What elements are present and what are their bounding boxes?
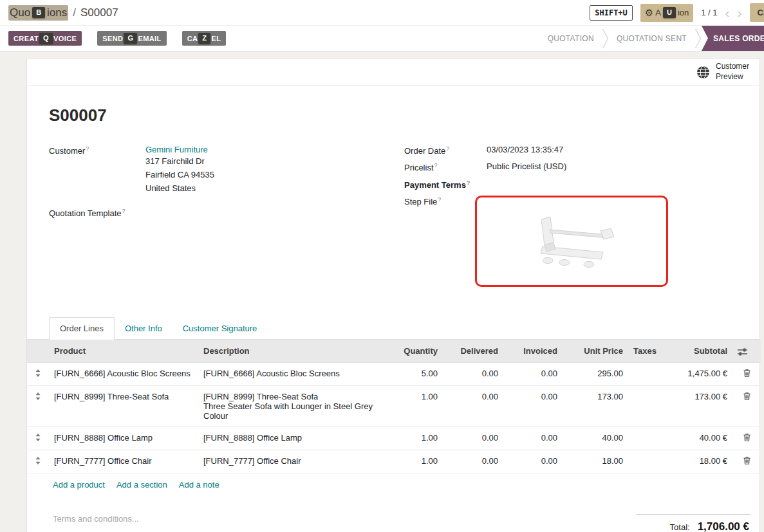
chevron-left-icon[interactable]: ‹ bbox=[725, 6, 730, 19]
breadcrumb-record-name: S00007 bbox=[80, 6, 118, 19]
step-file-image[interactable] bbox=[475, 196, 668, 287]
add-a-note-link[interactable]: Add a note bbox=[179, 480, 219, 490]
tab-customer-signature[interactable]: Customer Signature bbox=[172, 318, 268, 339]
cell-unit-price[interactable]: 40.00 bbox=[563, 427, 628, 450]
drag-handle-icon[interactable] bbox=[35, 433, 41, 442]
create-invoice-label-post: VOICE bbox=[53, 35, 77, 42]
terms-and-conditions-placeholder[interactable]: Terms and conditions... bbox=[53, 514, 139, 524]
column-header-description[interactable]: Description bbox=[198, 340, 385, 363]
cell-quantity[interactable]: 5.00 bbox=[385, 362, 443, 385]
column-header-unit-price[interactable]: Unit Price bbox=[563, 340, 628, 363]
sliders-icon bbox=[738, 348, 747, 356]
create-invoice-button[interactable]: CREATQVOICE bbox=[8, 31, 82, 46]
column-header-invoiced[interactable]: Invoiced bbox=[503, 340, 563, 363]
help-icon: ? bbox=[467, 179, 471, 186]
cell-invoiced[interactable]: 0.00 bbox=[503, 427, 563, 450]
notebook-tabs: Order Lines Other Info Customer Signatur… bbox=[27, 317, 759, 340]
cell-subtotal: 173.00 € bbox=[666, 385, 732, 427]
pricelist-label: Pricelist? bbox=[404, 161, 487, 172]
status-step-sales-order-active[interactable]: SALES ORDER bbox=[702, 26, 764, 51]
cell-unit-price[interactable]: 18.00 bbox=[563, 450, 628, 473]
order-date-value[interactable]: 03/03/2023 13:35:47 bbox=[487, 145, 563, 156]
cell-delivered[interactable]: 0.00 bbox=[443, 427, 503, 450]
cell-taxes[interactable] bbox=[628, 450, 666, 473]
sheet-body: S00007 Customer? Gemini Furniture 317 Fa… bbox=[27, 86, 759, 293]
cell-product[interactable]: [FURN_8888] Office Lamp bbox=[49, 427, 198, 450]
customer-preview-button[interactable]: Customer Preview bbox=[696, 62, 749, 82]
help-icon: ? bbox=[438, 196, 441, 203]
cell-quantity[interactable]: 1.00 bbox=[385, 385, 443, 427]
cell-unit-price[interactable]: 173.00 bbox=[563, 385, 628, 427]
field-column-left: Customer? Gemini Furniture 317 Fairchild… bbox=[49, 145, 404, 293]
tab-other-info[interactable]: Other Info bbox=[115, 318, 172, 339]
page-title: S00007 bbox=[49, 105, 747, 125]
status-chevron-icon bbox=[602, 26, 609, 51]
cancel-button[interactable]: CAZEL bbox=[182, 31, 227, 46]
cell-taxes[interactable] bbox=[628, 427, 666, 450]
cancel-label-post: EL bbox=[211, 35, 221, 42]
drag-handle-icon[interactable] bbox=[35, 392, 41, 401]
cell-description[interactable]: [FURN_6666] Acoustic Bloc Screens bbox=[198, 362, 385, 385]
breadcrumb-quotations-link[interactable]: QuoBions bbox=[8, 5, 68, 21]
create-invoice-label-pre: CREAT bbox=[14, 35, 39, 42]
address-line: 317 Fairchild Dr bbox=[145, 154, 214, 168]
status-step-quotation[interactable]: QUOTATION bbox=[540, 26, 602, 51]
tab-order-lines[interactable]: Order Lines bbox=[49, 317, 115, 340]
keyboard-hint-badge: B bbox=[32, 7, 45, 18]
table-row: [FURN_7777] Office Chair [FURN_7777] Off… bbox=[27, 450, 761, 473]
cell-description[interactable]: [FURN_7777] Office Chair bbox=[198, 450, 385, 473]
add-a-section-link[interactable]: Add a section bbox=[116, 480, 167, 490]
help-icon: ? bbox=[122, 208, 126, 214]
chevron-right-icon[interactable]: › bbox=[738, 6, 742, 19]
cell-product[interactable]: [FURN_8999] Three-Seat Sofa bbox=[49, 385, 198, 427]
drag-handle-icon[interactable] bbox=[35, 369, 41, 378]
cell-invoiced[interactable]: 0.00 bbox=[503, 385, 563, 427]
keyboard-hint-badge: Q bbox=[39, 33, 53, 44]
breadcrumb-text-pre: Quo bbox=[10, 6, 30, 19]
cell-product[interactable]: [FURN_7777] Office Chair bbox=[49, 450, 198, 473]
cell-subtotal: 18.00 € bbox=[666, 450, 732, 473]
cell-taxes[interactable] bbox=[628, 385, 666, 427]
cell-quantity[interactable]: 1.00 bbox=[385, 427, 443, 450]
list-add-links: Add a product Add a section Add a note bbox=[27, 473, 759, 497]
cell-quantity[interactable]: 1.00 bbox=[385, 450, 443, 473]
optional-columns-button[interactable] bbox=[732, 340, 761, 363]
cell-invoiced[interactable]: 0.00 bbox=[503, 450, 563, 473]
delete-row-button[interactable] bbox=[743, 369, 751, 378]
action-buttons: CREATQVOICE SENDGEMAIL CAZEL bbox=[8, 26, 226, 51]
customer-label: Customer? bbox=[49, 145, 145, 195]
column-header-subtotal[interactable]: Subtotal bbox=[666, 340, 732, 363]
status-step-quotation-sent[interactable]: QUOTATION SENT bbox=[609, 26, 694, 51]
drag-handle-icon[interactable] bbox=[35, 456, 41, 465]
cell-unit-price[interactable]: 295.00 bbox=[563, 362, 628, 385]
cell-delivered[interactable]: 0.00 bbox=[443, 385, 503, 427]
cell-delivered[interactable]: 0.00 bbox=[443, 362, 503, 385]
cell-description[interactable]: [FURN_8999] Three-Seat Sofa Three Seater… bbox=[198, 385, 385, 427]
cell-taxes[interactable] bbox=[628, 362, 666, 385]
cell-subtotal: 1,475.00 € bbox=[666, 362, 732, 385]
column-header-delivered[interactable]: Delivered bbox=[443, 340, 503, 363]
cell-delivered[interactable]: 0.00 bbox=[443, 450, 503, 473]
column-header-quantity[interactable]: Quantity bbox=[385, 340, 443, 363]
corner-hint-button[interactable]: Cr bbox=[750, 3, 764, 22]
delete-row-button[interactable] bbox=[743, 433, 751, 442]
table-row: [FURN_8999] Three-Seat Sofa [FURN_8999] … bbox=[27, 385, 761, 427]
send-email-button[interactable]: SENDGEMAIL bbox=[97, 31, 166, 46]
delete-row-button[interactable] bbox=[743, 392, 751, 401]
table-header-row: Product Description Quantity Delivered I… bbox=[27, 340, 761, 363]
customer-link[interactable]: Gemini Furniture bbox=[145, 145, 208, 154]
add-a-product-link[interactable]: Add a product bbox=[53, 480, 105, 490]
navbar-right-cluster: SHIFT+U ⚙AUion 1 / 1 ‹ › Cr bbox=[590, 3, 764, 22]
help-icon: ? bbox=[434, 162, 438, 169]
action-menu-button[interactable]: ⚙AUion bbox=[640, 4, 693, 22]
send-email-label-post: EMAIL bbox=[138, 35, 161, 42]
column-header-product[interactable]: Product bbox=[49, 340, 198, 363]
pricelist-value[interactable]: Public Pricelist (USD) bbox=[487, 161, 566, 172]
cell-description[interactable]: [FURN_8888] Office Lamp bbox=[198, 427, 385, 450]
cell-invoiced[interactable]: 0.00 bbox=[503, 362, 563, 385]
delete-row-button[interactable] bbox=[743, 456, 751, 465]
cell-product[interactable]: [FURN_6666] Acoustic Bloc Screens bbox=[49, 362, 198, 385]
table-row: [FURN_8888] Office Lamp [FURN_8888] Offi… bbox=[27, 427, 761, 450]
column-header-taxes[interactable]: Taxes bbox=[628, 340, 666, 363]
field-payment-terms: Payment Terms? bbox=[404, 179, 747, 190]
